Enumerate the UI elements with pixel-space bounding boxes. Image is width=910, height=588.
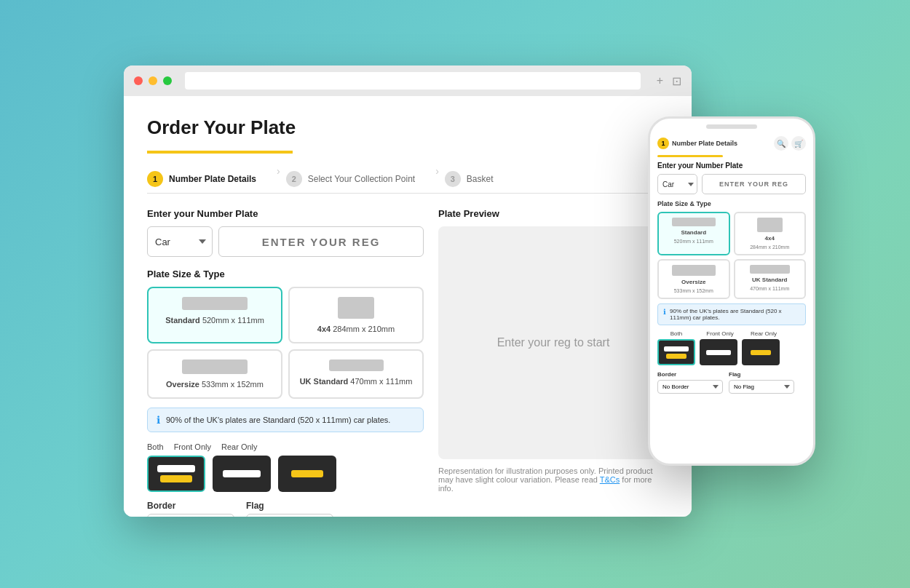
mobile-rear-option[interactable] xyxy=(742,339,780,365)
mobile-4x4-rect xyxy=(757,218,783,232)
mobile-4x4-label: 4x4 xyxy=(765,235,775,242)
front-option[interactable] xyxy=(213,456,271,492)
number-plate-section-label: Enter your Number Plate xyxy=(147,208,424,219)
flag-select[interactable]: No Flag GB England Scotland Wales Irelan… xyxy=(246,514,333,517)
mobile-plate-size-label: Plate Size & Type xyxy=(657,200,806,207)
mobile-info-box: ℹ 90% of the UK's plates are Standard (5… xyxy=(657,303,806,325)
mobile-device: 1 Number Plate Details 🔍 🛒 Enter your Nu… xyxy=(648,116,815,466)
step-3[interactable]: 3 Basket xyxy=(445,165,508,193)
info-text: 90% of the UK's plates are Standard (520… xyxy=(166,416,390,424)
plate-size-oversize[interactable]: Oversize 533mm x 152mm xyxy=(147,349,282,399)
mobile-border-group: Border No Border Black xyxy=(657,371,723,394)
both-option[interactable] xyxy=(147,456,205,492)
plate-size-ukstandard[interactable]: UK Standard 470mm x 111mm xyxy=(288,349,424,399)
4x4-plate-rect xyxy=(338,297,374,319)
mobile-ukstandard-rect xyxy=(750,265,790,274)
mobile-border-select[interactable]: No Border Black xyxy=(657,380,723,394)
step-2-label: Select Your Collection Point xyxy=(308,174,415,184)
plate-input-row: Car Van Motorcycle xyxy=(147,226,424,257)
browser-maximize-dot[interactable] xyxy=(163,76,172,85)
plate-options-row xyxy=(147,456,424,492)
border-dropdown-group: Border No Border Black Silver Gold xyxy=(147,501,234,517)
steps-bar: 1 Number Plate Details › 2 Select Your C… xyxy=(147,165,668,194)
main-layout: Enter your Number Plate Car Van Motorcyc… xyxy=(147,208,668,517)
mobile-ukstandard-dims: 470mm x 111mm xyxy=(750,286,789,291)
mobile-front-white xyxy=(706,350,731,355)
border-select[interactable]: No Border Black Silver Gold xyxy=(147,514,234,517)
mobile-notch xyxy=(706,124,757,129)
border-label: Border xyxy=(147,501,234,511)
mobile-rear-yellow xyxy=(751,350,771,355)
browser-content: Order Your Plate 1 Number Plate Details … xyxy=(124,96,692,517)
mobile-4x4-card[interactable]: 4x4 284mm x 210mm xyxy=(734,212,807,255)
browser-action-icon[interactable]: ⊡ xyxy=(672,74,681,88)
standard-plate-rect xyxy=(182,297,248,310)
rear-option[interactable] xyxy=(278,456,336,492)
mobile-ukstandard-card[interactable]: UK Standard 470mm x 111mm xyxy=(734,259,807,299)
mobile-oversize-dims: 533mm x 152mm xyxy=(674,288,713,293)
step-3-label: Basket xyxy=(467,174,494,184)
mobile-standard-rect xyxy=(672,218,716,226)
4x4-label: 4x4 284mm x 210mm xyxy=(317,325,395,333)
mobile-vehicle-select[interactable]: Car Van xyxy=(657,174,697,194)
step-2-num: 2 xyxy=(286,171,302,187)
page-title: Order Your Plate xyxy=(147,116,668,139)
browser-close-dot[interactable] xyxy=(134,76,143,85)
step-divider-1: › xyxy=(277,165,280,193)
mobile-options-row xyxy=(657,339,806,365)
oversize-label: Oversize 533mm x 152mm xyxy=(166,380,264,389)
mobile-header-row: 1 Number Plate Details 🔍 🛒 xyxy=(657,136,806,151)
mobile-rear-option-label: Rear Only xyxy=(745,330,783,337)
mobile-basket-icon[interactable]: 🛒 xyxy=(791,136,806,151)
step-2[interactable]: 2 Select Your Collection Point xyxy=(286,165,430,193)
terms-link[interactable]: T&Cs xyxy=(600,475,620,484)
mobile-both-option[interactable] xyxy=(657,339,695,365)
mobile-info-text: 90% of the UK's plates are Standard (520… xyxy=(670,308,800,321)
step-1[interactable]: 1 Number Plate Details xyxy=(147,165,271,193)
mobile-border-label: Border xyxy=(657,371,723,378)
mobile-plate-grid: Standard 520mm x 111mm 4x4 284mm x 210mm… xyxy=(657,212,806,299)
mobile-oversize-label: Oversize xyxy=(681,279,705,285)
preview-note: Representation for illustration purposes… xyxy=(438,466,668,493)
mobile-dropdowns: Border No Border Black Flag No Flag GB xyxy=(657,371,806,394)
address-bar[interactable] xyxy=(185,72,641,90)
mobile-search-icon[interactable]: 🔍 xyxy=(774,136,788,151)
plate-size-standard[interactable]: Standard 520mm x 111mm xyxy=(147,287,282,343)
mobile-step-num: 1 xyxy=(657,138,669,149)
step-1-num: 1 xyxy=(147,171,163,187)
browser-minimize-dot[interactable] xyxy=(149,76,157,85)
mobile-oversize-card[interactable]: Oversize 533mm x 152mm xyxy=(657,259,730,299)
mobile-step-underline xyxy=(657,155,723,157)
mobile-standard-card[interactable]: Standard 520mm x 111mm xyxy=(657,212,730,255)
preview-placeholder: Enter your reg to start xyxy=(497,336,610,349)
desktop-browser: + ⊡ Order Your Plate 1 Number Plate Deta… xyxy=(124,65,692,517)
mobile-content: 1 Number Plate Details 🔍 🛒 Enter your Nu… xyxy=(650,132,813,459)
mobile-flag-label: Flag xyxy=(729,371,794,378)
info-icon: ℹ xyxy=(157,414,160,426)
mobile-ukstandard-label: UK Standard xyxy=(752,277,787,283)
plate-size-4x4[interactable]: 4x4 284mm x 210mm xyxy=(288,287,424,343)
mobile-reg-input[interactable] xyxy=(702,174,806,194)
mobile-plate-row: Car Van xyxy=(657,174,806,194)
reg-input[interactable] xyxy=(218,226,424,257)
step-3-num: 3 xyxy=(445,171,461,187)
plate-preview-area: Enter your reg to start xyxy=(438,226,668,459)
mobile-flag-select[interactable]: No Flag GB xyxy=(729,380,794,394)
step-1-label: Number Plate Details xyxy=(169,174,256,184)
flag-dropdown-group: Flag No Flag GB England Scotland Wales I… xyxy=(246,501,333,517)
mobile-flag-group: Flag No Flag GB xyxy=(729,371,794,394)
vehicle-type-select[interactable]: Car Van Motorcycle xyxy=(147,226,213,257)
browser-chrome: + ⊡ xyxy=(124,65,692,96)
mobile-both-yellow xyxy=(666,354,687,359)
flag-label: Flag xyxy=(246,501,333,511)
info-box: ℹ 90% of the UK's plates are Standard (5… xyxy=(147,408,424,432)
new-tab-icon[interactable]: + xyxy=(657,74,663,87)
mobile-front-option-label: Front Only xyxy=(701,330,739,337)
front-label: Front Only xyxy=(174,442,211,451)
mobile-section-label: Enter your Number Plate xyxy=(657,162,806,170)
mobile-front-option[interactable] xyxy=(700,339,737,365)
both-yellow-plate xyxy=(160,475,192,482)
step-divider-2: › xyxy=(435,165,439,193)
ukstandard-label: UK Standard 470mm x 111mm xyxy=(300,377,413,386)
mobile-both-white xyxy=(664,346,689,351)
